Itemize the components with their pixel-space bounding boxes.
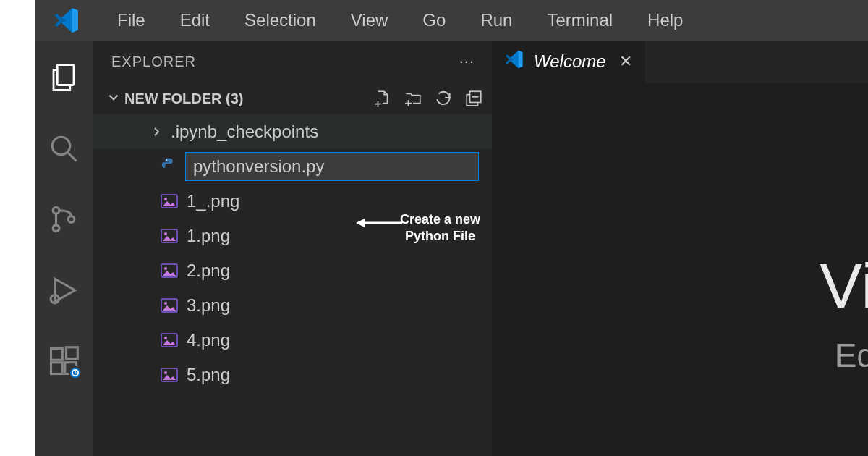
menu-terminal[interactable]: Terminal	[532, 6, 627, 35]
svg-line-2	[67, 152, 76, 161]
menu-help[interactable]: Help	[633, 6, 697, 35]
tree-label: 5.png	[187, 365, 230, 385]
svg-point-13	[166, 159, 167, 161]
python-file-icon	[161, 157, 176, 176]
menu-file[interactable]: File	[103, 6, 160, 35]
tree-label: 2.png	[187, 261, 230, 281]
run-debug-icon[interactable]	[48, 275, 79, 305]
image-file-icon	[161, 229, 178, 243]
tree-folder-ipynb[interactable]: .ipynb_checkpoints	[93, 114, 492, 149]
new-folder-icon[interactable]	[404, 89, 422, 108]
svg-point-21	[164, 302, 167, 305]
source-control-icon[interactable]	[48, 204, 79, 235]
close-icon[interactable]: ✕	[619, 52, 632, 71]
welcome-title-fragment: Vi	[820, 249, 868, 323]
svg-point-19	[164, 267, 167, 270]
tree-file[interactable]: 3.png	[93, 288, 492, 323]
svg-point-25	[164, 371, 167, 374]
svg-rect-7	[51, 349, 63, 360]
chevron-right-icon	[150, 122, 162, 142]
vscode-tab-icon	[505, 50, 524, 73]
svg-point-5	[68, 216, 75, 223]
menubar: File Edit Selection View Go Run Terminal…	[35, 0, 868, 41]
app-window: File Edit Selection View Go Run Terminal…	[35, 0, 868, 456]
vscode-logo-icon	[54, 7, 80, 33]
tree-label: 1.png	[187, 226, 230, 246]
menu-edit[interactable]: Edit	[166, 6, 224, 35]
image-file-icon	[161, 368, 178, 382]
tree-file[interactable]: 1.png	[93, 219, 492, 253]
svg-point-17	[164, 232, 167, 235]
menu-run[interactable]: Run	[466, 6, 527, 35]
tree-file[interactable]: 2.png	[93, 253, 492, 288]
extensions-wrap	[48, 346, 79, 376]
svg-point-15	[164, 198, 167, 200]
image-file-icon	[161, 298, 178, 313]
explorer-sidebar: EXPLORER ··· NEW FOLDER (3)	[93, 41, 492, 456]
svg-point-23	[164, 337, 167, 339]
svg-rect-10	[67, 347, 78, 359]
svg-rect-0	[57, 65, 74, 85]
sidebar-title: EXPLORER	[111, 54, 196, 70]
image-file-icon	[161, 263, 178, 278]
folder-name: NEW FOLDER (3)	[124, 90, 243, 107]
sidebar-header: EXPLORER ···	[93, 41, 492, 83]
tabbar: Welcome ✕	[492, 41, 868, 83]
menu-go[interactable]: Go	[408, 6, 460, 35]
refresh-icon[interactable]	[434, 89, 453, 108]
tree-label: 3.png	[187, 295, 230, 316]
new-file-row	[93, 149, 492, 184]
extensions-badge-icon	[69, 366, 82, 379]
new-file-icon[interactable]	[373, 89, 392, 108]
svg-point-1	[52, 137, 70, 155]
tree-file[interactable]: 4.png	[93, 323, 492, 358]
tab-label: Welcome	[534, 51, 606, 72]
tree-label: 1_.png	[187, 191, 239, 211]
tab-welcome[interactable]: Welcome ✕	[492, 41, 645, 83]
chevron-down-icon	[107, 90, 120, 107]
tree-label: .ipynb_checkpoints	[171, 122, 318, 142]
tree-file[interactable]: 5.png	[93, 358, 492, 392]
tree-file[interactable]: 1_.png	[93, 184, 492, 219]
new-file-input[interactable]	[185, 152, 479, 181]
svg-point-3	[53, 207, 59, 214]
search-icon[interactable]	[48, 133, 79, 164]
explorer-icon[interactable]	[48, 62, 79, 93]
body-area: EXPLORER ··· NEW FOLDER (3)	[35, 41, 868, 456]
svg-rect-8	[51, 363, 63, 374]
menu-selection[interactable]: Selection	[230, 6, 331, 35]
menu-view[interactable]: View	[336, 6, 403, 35]
activitybar	[35, 41, 93, 456]
sidebar-more-icon[interactable]: ···	[459, 52, 475, 71]
collapse-all-icon[interactable]	[464, 89, 483, 108]
image-file-icon	[161, 333, 178, 347]
folder-header[interactable]: NEW FOLDER (3)	[93, 83, 492, 114]
welcome-body: Vi Ed	[492, 83, 868, 456]
file-tree: .ipynb_checkpoints 1_.png	[93, 114, 492, 392]
image-file-icon	[161, 194, 178, 208]
folder-actions	[373, 89, 483, 108]
tree-label: 4.png	[187, 330, 230, 350]
svg-point-4	[53, 225, 59, 232]
welcome-subtitle-fragment: Ed	[835, 336, 868, 375]
folder-header-left: NEW FOLDER (3)	[107, 90, 243, 107]
editor-area: Welcome ✕ Vi Ed	[492, 41, 868, 456]
